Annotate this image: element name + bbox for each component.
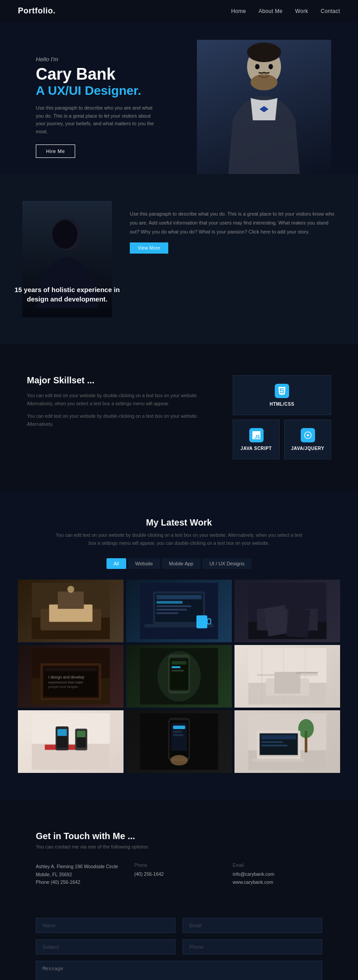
svg-rect-30: [286, 608, 310, 638]
svg-rect-50: [261, 648, 262, 704]
svg-rect-36: [45, 667, 97, 671]
hero-text: Hello I'm Cary Bank A UX/UI Designer. Us…: [36, 56, 161, 158]
view-more-button[interactable]: View More: [130, 242, 168, 254]
work-grid: I design and develop experiences that ma…: [18, 580, 340, 773]
svg-point-78: [298, 719, 314, 738]
work-section: My Latest Work You can edit text on your…: [0, 491, 358, 800]
skills-grid: HTML/CSS JAVA SCRIPT JAVA/JQUERY: [233, 375, 331, 459]
about-overlay-text: 15 years of holistic experience in desig…: [13, 285, 121, 304]
skill-name-html: HTML/CSS: [269, 402, 294, 407]
svg-rect-19: [157, 601, 183, 603]
form-phone-input[interactable]: [183, 939, 322, 955]
nav-about[interactable]: About Me: [259, 8, 283, 14]
svg-rect-55: [274, 672, 300, 693]
about-content: Use this paragraph to describe what you …: [130, 201, 336, 254]
svg-rect-21: [157, 609, 187, 611]
skill-card-js: JAVA SCRIPT: [233, 420, 280, 459]
nav-links: Home About Me Work Contact: [231, 8, 340, 14]
svg-rect-83: [261, 735, 296, 739]
svg-rect-46: [172, 666, 180, 668]
work-item-8[interactable]: [126, 710, 232, 773]
svg-rect-20: [157, 605, 192, 607]
form-name-input[interactable]: [36, 918, 175, 933]
hero-image: [197, 40, 331, 174]
svg-rect-86: [252, 759, 304, 761]
filter-tabs: All Website Mobile App UI / UX Designs: [18, 558, 340, 569]
svg-rect-18: [157, 595, 202, 599]
work-item-5[interactable]: [126, 645, 232, 708]
svg-rect-56: [296, 672, 317, 674]
hero-name: Cary Bank: [36, 65, 161, 83]
about-image-wrap: 15 years of holistic experience in desig…: [22, 201, 112, 317]
nav-home[interactable]: Home: [231, 8, 246, 14]
skill-name-js: JAVA SCRIPT: [241, 446, 272, 451]
contact-heading: Get in Touch with Me ...: [36, 831, 322, 841]
work-heading: My Latest Work: [18, 518, 340, 528]
hire-me-button[interactable]: Hire Me: [36, 144, 75, 158]
work-description: You can edit text on your website by dou…: [54, 531, 304, 547]
form-row-1: [36, 918, 322, 933]
work-item-6[interactable]: [234, 645, 340, 708]
contact-phone-value: (40) 256-1642: [134, 870, 224, 878]
navbar: Portfolio. Home About Me Work Contact: [0, 0, 358, 22]
skills-heading: Major Skillset ...: [27, 375, 206, 386]
skill-name-jquery: JAVA/JQUERY: [291, 446, 324, 451]
skill-card-jquery: JAVA/JQUERY: [284, 420, 331, 459]
skills-desc1: You can edit text on your website by dou…: [27, 392, 206, 408]
svg-point-5: [268, 64, 273, 69]
svg-text:experiences that make: experiences that make: [48, 680, 83, 684]
skills-desc2: You can edit text on your website by dou…: [27, 412, 206, 428]
skills-left: Major Skillset ... You can edit text on …: [27, 375, 206, 433]
contact-grid: Ashley A. Fleming 196 Woodside Circle Mo…: [36, 863, 322, 887]
skills-section: Major Skillset ... You can edit text on …: [0, 344, 358, 491]
contact-form-area: [0, 918, 358, 980]
contact-sub: You can contact me via one of the follow…: [36, 844, 322, 849]
work-item-2[interactable]: [126, 580, 232, 642]
html-icon: [275, 384, 289, 398]
work-item-1[interactable]: [18, 580, 124, 642]
svg-rect-65: [77, 730, 85, 737]
svg-point-2: [251, 74, 277, 90]
js-icon: [249, 428, 264, 442]
svg-rect-13: [58, 591, 84, 609]
svg-point-1: [247, 42, 281, 62]
svg-rect-71: [173, 725, 185, 729]
svg-point-4: [255, 64, 260, 69]
svg-rect-47: [172, 670, 184, 671]
hero-description: Use this paragraph to describe who you a…: [36, 104, 161, 136]
work-item-9[interactable]: [234, 710, 340, 773]
form-message-textarea[interactable]: [36, 961, 322, 980]
contact-section: Get in Touch with Me ... You can contact…: [0, 800, 358, 918]
about-description: Use this paragraph to describe what you …: [130, 210, 336, 236]
form-subject-input[interactable]: [36, 939, 175, 955]
nav-contact[interactable]: Contact: [321, 8, 340, 14]
svg-rect-72: [173, 730, 181, 732]
svg-text:people love simpler.: people love simpler.: [48, 685, 79, 689]
svg-rect-52: [305, 648, 306, 704]
svg-rect-73: [173, 734, 183, 736]
work-item-7[interactable]: [18, 710, 124, 773]
contact-email: Email info@carybank.com www.carybank.com: [233, 863, 322, 887]
svg-rect-84: [261, 741, 283, 743]
contact-email-label: Email: [233, 863, 322, 868]
work-item-3[interactable]: [234, 580, 340, 642]
hero-section: Hello I'm Cary Bank A UX/UI Designer. Us…: [0, 22, 358, 174]
filter-all[interactable]: All: [107, 558, 126, 569]
svg-text:I design and develop: I design and develop: [48, 675, 85, 679]
filter-ui[interactable]: UI / UX Designs: [202, 558, 251, 569]
contact-address-value: Ashley A. Fleming 196 Woodside Circle Mo…: [36, 863, 125, 887]
work-item-4[interactable]: I design and develop experiences that ma…: [18, 645, 124, 708]
form-email-input[interactable]: [183, 918, 322, 933]
svg-rect-22: [157, 612, 178, 614]
about-section: 15 years of holistic experience in desig…: [0, 174, 358, 344]
filter-mobile[interactable]: Mobile App: [162, 558, 200, 569]
contact-email-value: info@carybank.com www.carybank.com: [233, 870, 322, 887]
jquery-icon: [301, 428, 315, 442]
nav-work[interactable]: Work: [295, 8, 308, 14]
hero-title: A UX/UI Designer.: [36, 84, 161, 98]
filter-website[interactable]: Website: [128, 558, 160, 569]
svg-rect-85: [261, 744, 287, 746]
svg-point-74: [170, 755, 188, 765]
svg-point-14: [67, 585, 74, 593]
svg-rect-64: [57, 729, 67, 736]
